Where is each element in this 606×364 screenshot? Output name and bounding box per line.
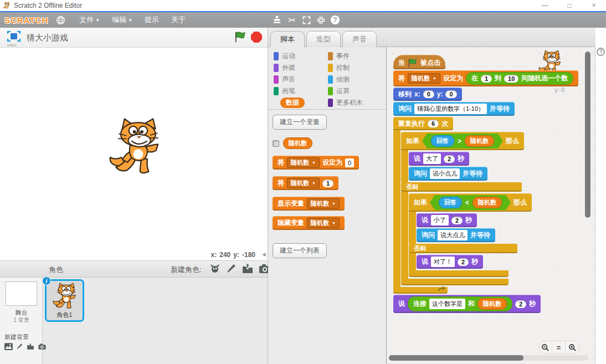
- y-input[interactable]: 0: [445, 90, 456, 98]
- maximize-button[interactable]: □: [557, 0, 582, 11]
- x-input[interactable]: 0: [423, 90, 434, 98]
- say-join-block[interactable]: 说 连接 这个数字是 和 随机数 2 秒: [393, 295, 541, 313]
- zoom-out-button[interactable]: [539, 341, 552, 353]
- say-text-input[interactable]: 对了！: [431, 257, 455, 267]
- less-than-condition[interactable]: 回答 < 随机数: [430, 195, 511, 210]
- variable-reporter[interactable]: 随机数: [477, 298, 507, 310]
- variable-reporter[interactable]: 随机数: [465, 135, 494, 147]
- category-control[interactable]: 控制: [328, 63, 382, 73]
- number-input[interactable]: 10: [504, 75, 518, 83]
- upload-folder-icon[interactable]: [26, 343, 35, 350]
- if-else-block-inner[interactable]: 如果 回答 < 随机数 那么 说: [409, 193, 532, 277]
- secs-input[interactable]: 2: [515, 300, 526, 308]
- question-input[interactable]: 说大点儿: [438, 230, 468, 240]
- variable-dropdown[interactable]: 随机数 ▼: [408, 73, 440, 84]
- backdrop-library-icon[interactable]: [4, 343, 13, 350]
- horizontal-scrollbar-thumb[interactable]: [389, 355, 523, 361]
- repeat-block[interactable]: 重复执行 6 次 如果 回答 > 随机数 那么: [393, 117, 532, 294]
- category-motion[interactable]: 运动: [274, 52, 328, 61]
- ask-and-wait-block[interactable]: 询问 说大点儿 并等待: [417, 228, 495, 242]
- shrink-sprite-tool[interactable]: [314, 12, 327, 28]
- say-text-input[interactable]: 小了: [431, 215, 449, 225]
- variable-visibility-checkbox[interactable]: [273, 140, 279, 147]
- number-input[interactable]: 1: [481, 75, 492, 83]
- if-head[interactable]: 如果 回答 > 随机数 那么: [401, 132, 524, 150]
- pick-random-reporter[interactable]: 在 1 到 10 间随机选一个数: [466, 72, 573, 85]
- category-pen[interactable]: 画笔: [274, 86, 328, 96]
- question-input[interactable]: 猜我心里的数字（1-10）: [414, 104, 487, 114]
- answer-reporter[interactable]: 回答: [439, 197, 462, 208]
- secs-input[interactable]: 2: [451, 217, 463, 224]
- category-events[interactable]: 事件: [328, 52, 382, 61]
- say-for-secs-block[interactable]: 说 对了！ 2 秒: [417, 255, 483, 269]
- say-for-secs-block[interactable]: 说 小了 2 秒: [417, 213, 477, 227]
- upload-folder-icon[interactable]: [242, 263, 254, 274]
- variable-dropdown[interactable]: 随机数 ▼: [307, 218, 340, 228]
- say-for-secs-block[interactable]: 说 大了 2 秒: [409, 152, 469, 166]
- secs-input[interactable]: 2: [458, 258, 469, 266]
- fullscreen-icon[interactable]: [7, 30, 21, 42]
- value-input[interactable]: 1: [322, 180, 333, 187]
- show-variable-palette-block[interactable]: 显示变量 随机数 ▼: [273, 197, 345, 211]
- join-text-input[interactable]: 这个数字是: [429, 299, 465, 309]
- when-flag-clicked-block[interactable]: 当 被点击: [393, 55, 445, 69]
- tab-scripts[interactable]: 脚本: [270, 31, 305, 47]
- repeat-head[interactable]: 重复执行 6 次: [393, 117, 453, 130]
- paint-brush-icon[interactable]: [16, 343, 23, 350]
- menu-tips[interactable]: 提示: [145, 15, 159, 25]
- language-globe-icon[interactable]: [56, 16, 65, 25]
- grow-sprite-tool[interactable]: [300, 12, 313, 28]
- else-bar[interactable]: 否则: [409, 244, 517, 253]
- category-data-selected[interactable]: 数据: [274, 98, 328, 107]
- category-looks[interactable]: 外观: [274, 63, 328, 73]
- block-help-tool[interactable]: ?: [328, 12, 342, 28]
- green-flag-button[interactable]: [234, 31, 246, 43]
- ask-and-wait-block[interactable]: 询问 猜我心里的数字（1-10） 并等待: [393, 102, 515, 116]
- variable-dropdown[interactable]: 随机数 ▼: [307, 198, 340, 209]
- sprite-thumbnail-selected[interactable]: i 角色1: [45, 279, 84, 322]
- repeat-count-input[interactable]: 6: [428, 120, 439, 127]
- sprite-on-stage[interactable]: [105, 116, 167, 178]
- hide-variable-palette-block[interactable]: 隐藏变量 随机数 ▼: [273, 216, 345, 230]
- category-sound[interactable]: 声音: [274, 75, 328, 84]
- goto-xy-block[interactable]: 移到 x: 0 y: 0: [393, 88, 462, 101]
- collapse-arrow-icon[interactable]: ◀: [262, 252, 266, 257]
- else-bar[interactable]: 否则: [401, 182, 522, 192]
- if-else-block-outer[interactable]: 如果 回答 > 随机数 那么 说 大了 2 秒: [401, 132, 532, 285]
- category-sensing[interactable]: 侦测: [328, 75, 382, 84]
- zoom-in-button[interactable]: [566, 341, 579, 353]
- paint-brush-icon[interactable]: [225, 263, 237, 274]
- ask-and-wait-block[interactable]: 询问 说小点儿 并等待: [409, 167, 487, 181]
- menu-file[interactable]: 文件 ▼: [79, 15, 100, 25]
- greater-than-condition[interactable]: 回答 > 随机数: [422, 134, 503, 148]
- tab-sounds[interactable]: 声音: [342, 31, 377, 47]
- variable-dropdown[interactable]: 随机数 ▼: [287, 178, 320, 188]
- category-more-blocks[interactable]: 更多积木: [328, 98, 382, 107]
- camera-icon[interactable]: [38, 343, 47, 350]
- stage-thumbnail[interactable]: [6, 281, 37, 306]
- menu-edit[interactable]: 编辑 ▼: [112, 15, 132, 25]
- change-variable-palette-block[interactable]: 将 随机数 ▼ 1: [273, 176, 338, 190]
- value-input[interactable]: 0: [345, 158, 354, 167]
- say-text-input[interactable]: 大了: [423, 153, 441, 164]
- question-input[interactable]: 说小点儿: [430, 168, 460, 179]
- duplicate-stamp-tool[interactable]: [270, 12, 284, 28]
- secs-input[interactable]: 2: [444, 155, 455, 163]
- stop-button[interactable]: [251, 32, 262, 43]
- variable-dropdown[interactable]: 随机数 ▼: [287, 157, 320, 168]
- scratch-logo[interactable]: SCRATCH: [4, 16, 48, 25]
- vertical-scrollbar-thumb[interactable]: [585, 52, 590, 218]
- help-button[interactable]: ?: [597, 48, 605, 56]
- variable-reporter[interactable]: 随机数: [283, 137, 312, 149]
- stage-canvas[interactable]: [0, 48, 268, 250]
- sprite-library-icon[interactable]: [209, 263, 220, 274]
- horizontal-scrollbar[interactable]: [389, 355, 588, 361]
- join-reporter[interactable]: 连接 这个数字是 和 随机数: [408, 296, 512, 311]
- menu-about[interactable]: 关于: [171, 15, 186, 25]
- sprite-info-badge[interactable]: i: [42, 276, 51, 285]
- minimize-button[interactable]: —: [533, 0, 557, 11]
- zoom-reset-button[interactable]: =: [552, 341, 566, 353]
- answer-reporter[interactable]: 回答: [431, 135, 454, 147]
- set-variable-to-random-block[interactable]: 将 随机数 ▼ 设定为 在 1 到 10 间随机选一个数: [393, 70, 578, 86]
- make-variable-button[interactable]: 建立一个变量: [273, 115, 327, 130]
